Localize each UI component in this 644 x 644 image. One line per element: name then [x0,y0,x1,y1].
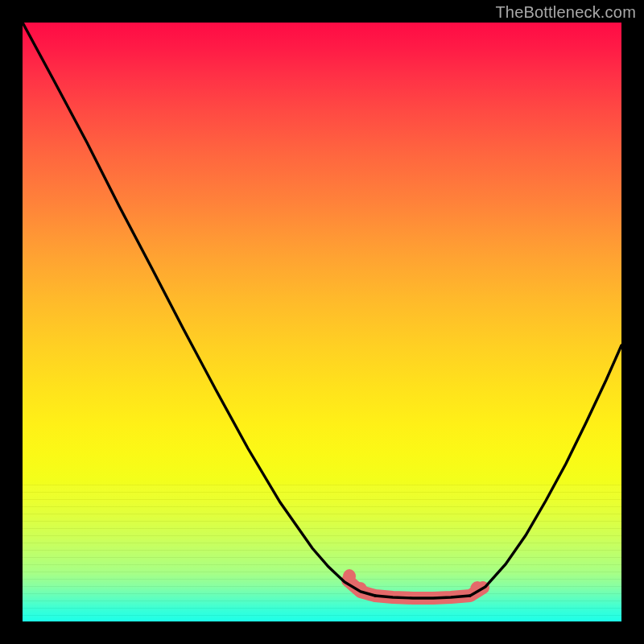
left-curve [23,23,375,596]
outer-frame: TheBottleneck.com [0,0,644,644]
watermark-text: TheBottleneck.com [495,3,636,22]
curve-layer [23,23,621,621]
right-curve [470,345,621,596]
plot-area [23,23,621,621]
